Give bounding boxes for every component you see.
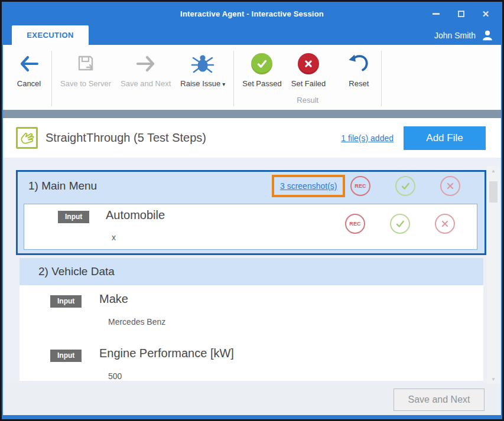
- reset-button[interactable]: Reset: [340, 48, 378, 88]
- back-arrow-icon: [18, 51, 40, 77]
- dropdown-caret-icon: ▾: [222, 81, 225, 87]
- input-label: Make: [99, 292, 128, 306]
- input-value: 500: [108, 371, 122, 381]
- test-step-2[interactable]: 2) Vehicle Data Input Make Mercedes Benz…: [19, 258, 483, 381]
- step-1-header[interactable]: 1) Main Menu 3 screenshot(s) REC: [18, 172, 485, 200]
- app-window: Interactive Agent - Interactive Session …: [0, 0, 504, 421]
- ribbon-separator: [381, 51, 382, 106]
- window-controls: ✕: [431, 2, 490, 25]
- input-label: Automobile: [106, 208, 165, 222]
- bug-icon: [190, 51, 215, 77]
- scrollbar-track[interactable]: [487, 175, 500, 374]
- input-value: Mercedes Benz: [108, 317, 165, 327]
- scroll-up-button[interactable]: ▲: [487, 166, 500, 175]
- maximize-button[interactable]: [456, 9, 466, 18]
- user-name: John Smith: [434, 31, 476, 40]
- step-2-title: 2) Vehicle Data: [38, 265, 115, 278]
- input-label: Engine Performance [kW]: [99, 347, 234, 360]
- ribbon-toolbar: Cancel Sa: [3, 45, 501, 110]
- scroll-down-button[interactable]: ▼: [487, 374, 500, 384]
- ribbon-group-navigation: Cancel: [10, 48, 48, 110]
- ribbon-separator: [233, 51, 234, 106]
- window-title: Interactive Agent - Interactive Session: [180, 9, 324, 18]
- test-steps-list: 1) Main Menu 3 screenshot(s) REC Input A…: [3, 158, 501, 384]
- input-value: x: [112, 233, 116, 242]
- ribbon-tab-row: EXECUTION John Smith: [3, 25, 501, 45]
- user-icon: [481, 29, 494, 42]
- ribbon-group-result: Set Passed Set Failed: [238, 48, 378, 110]
- set-passed-button[interactable]: Set Passed: [238, 48, 287, 88]
- ribbon-group-save: Save to Server Save and Next: [56, 48, 230, 110]
- record-button[interactable]: REC: [350, 176, 370, 196]
- pass-step-button[interactable]: [395, 176, 415, 196]
- maximize-icon: [458, 11, 464, 17]
- record-button[interactable]: REC: [345, 214, 365, 234]
- step-1-input-row[interactable]: Input Automobile x REC: [24, 204, 477, 250]
- scrollbar-thumb[interactable]: [489, 181, 498, 203]
- manual-test-hand-icon: [16, 127, 38, 149]
- test-case-title: StraightThrough (5 Test Steps): [45, 131, 341, 145]
- input-badge: Input: [50, 350, 82, 362]
- window-frame: Interactive Agent - Interactive Session …: [2, 2, 502, 419]
- tab-execution[interactable]: EXECUTION: [12, 25, 89, 45]
- close-button[interactable]: ✕: [481, 9, 490, 18]
- ribbon-group-label-result: Result: [238, 96, 378, 110]
- save-to-server-button[interactable]: Save to Server: [56, 48, 116, 88]
- set-failed-button[interactable]: Set Failed: [287, 48, 331, 88]
- step-1-title: 1) Main Menu: [28, 180, 97, 192]
- vertical-scrollbar[interactable]: ▲ ▼: [487, 166, 500, 384]
- undo-arrow-icon: [347, 51, 370, 77]
- test-case-header: StraightThrough (5 Test Steps) 1 file(s)…: [3, 118, 501, 158]
- user-account[interactable]: John Smith: [434, 25, 494, 45]
- failed-cross-icon: [298, 51, 319, 77]
- raise-issue-button[interactable]: Raise Issue▾: [175, 48, 230, 88]
- annotation-highlight: 3 screenshot(s): [272, 175, 345, 197]
- window-bottom-accent: [3, 415, 501, 419]
- forward-arrow-icon: [135, 51, 157, 77]
- minimize-button[interactable]: [431, 9, 441, 18]
- save-and-next-button[interactable]: Save and Next: [116, 48, 175, 88]
- save-disk-icon: [74, 51, 97, 77]
- footer-bar: Save and Next: [3, 384, 501, 415]
- input-badge: Input: [58, 211, 89, 223]
- files-added-link[interactable]: 1 file(s) added: [341, 133, 394, 143]
- save-and-next-footer-button[interactable]: Save and Next: [394, 389, 485, 411]
- passed-check-icon: [251, 51, 272, 77]
- cancel-button[interactable]: Cancel: [10, 48, 48, 88]
- add-file-button[interactable]: Add File: [404, 126, 486, 150]
- test-step-1[interactable]: 1) Main Menu 3 screenshot(s) REC Input A…: [16, 170, 486, 255]
- title-bar: Interactive Agent - Interactive Session …: [3, 2, 501, 25]
- step-2-header[interactable]: 2) Vehicle Data: [19, 258, 483, 285]
- fail-step-button[interactable]: [435, 214, 455, 234]
- fail-step-button[interactable]: [440, 176, 460, 196]
- pass-step-button[interactable]: [390, 214, 410, 234]
- divider-strip: [3, 110, 501, 118]
- close-icon: ✕: [482, 9, 490, 18]
- screenshots-link[interactable]: 3 screenshot(s): [280, 181, 337, 191]
- minimize-icon: [433, 13, 440, 15]
- ribbon-separator: [51, 51, 52, 106]
- input-badge: Input: [50, 295, 82, 308]
